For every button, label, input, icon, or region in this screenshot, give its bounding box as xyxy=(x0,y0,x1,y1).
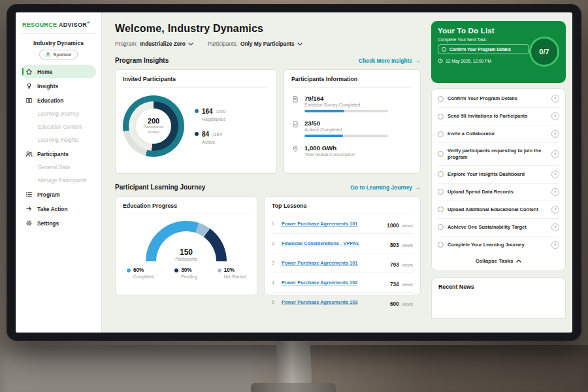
check-more-insights-link[interactable]: Check More Insights xyxy=(359,57,421,64)
gauge-legend: 60% Completed 30% Pending 10% Not Starte… xyxy=(123,267,250,279)
next-task-chip[interactable]: Confirm Your Program Details xyxy=(438,44,529,54)
lesson-row: 3 Power Purchase Agreements 101 793 view… xyxy=(272,253,413,273)
legend-label: Pending xyxy=(181,274,197,279)
sidebar-item-label: Learning Journey xyxy=(38,111,79,117)
todo-progress-ring: 0/7 xyxy=(529,37,559,67)
task-row[interactable]: Upload Additional Educational Content xyxy=(438,201,559,219)
sidebar-item-participants[interactable]: Participants xyxy=(21,147,96,161)
legend-value: 164 xyxy=(202,108,213,115)
invited-donut-chart: 200 Participants Invited xyxy=(123,95,184,157)
collapse-tasks-button[interactable]: Collapse Tasks xyxy=(438,253,559,269)
todo-progress-value: 0/7 xyxy=(539,48,549,56)
legend-value: 84 xyxy=(202,131,209,138)
task-label: Confirm Your Program Details xyxy=(448,95,547,102)
legend-label: Completed xyxy=(133,274,154,279)
gauge-center: 150 Participants xyxy=(146,248,227,261)
monitor-stand-base xyxy=(251,383,336,392)
task-row[interactable]: Confirm Your Program Details xyxy=(438,90,559,108)
sidebar-item-take-action[interactable]: Take Action xyxy=(21,202,96,216)
sidebar-item-label: General Data xyxy=(38,165,70,171)
chevron-right-icon[interactable] xyxy=(551,112,559,120)
learning-cards-row: Education Progress 150 Participants 60 xyxy=(115,196,421,295)
arrow-right-icon xyxy=(414,57,421,64)
task-row[interactable]: Upload Spend Data Records xyxy=(438,184,559,201)
task-row[interactable]: Complete Your Learning Journey xyxy=(438,237,559,253)
legend-label: Active xyxy=(202,139,225,145)
program-select-label: Program: xyxy=(115,41,137,47)
chevron-right-icon[interactable] xyxy=(551,171,559,178)
task-row[interactable]: Invite a Collaborator xyxy=(438,125,559,143)
sidebar-item-home[interactable]: Home xyxy=(21,65,96,78)
stat-label: Actions Completed xyxy=(304,127,388,132)
legend-suffix: /200 xyxy=(216,108,226,114)
legend-suffix: /164 xyxy=(212,131,222,137)
legend-dot xyxy=(218,269,221,272)
chevron-right-icon[interactable] xyxy=(551,95,559,103)
lesson-link[interactable]: Power Purchase Agreements 103 xyxy=(282,299,385,305)
task-row[interactable]: Verify participants requesting to join t… xyxy=(438,143,559,166)
legend-label: Registered xyxy=(202,116,225,122)
legend-dot xyxy=(195,132,199,136)
sidebar-item-label: Education Content xyxy=(38,124,82,130)
location-pin-icon xyxy=(291,145,299,153)
participants-select-value: Only My Participants xyxy=(240,41,295,47)
sidebar-item-insights[interactable]: Insights xyxy=(21,79,96,93)
go-to-learning-journey-link[interactable]: Go to Learning Journey xyxy=(351,184,421,191)
checkbox-circle-icon[interactable] xyxy=(438,131,444,137)
org-name: Industry Dynamics xyxy=(21,40,96,46)
lesson-rank: 1 xyxy=(272,221,277,226)
lesson-rank: 5 xyxy=(272,300,277,304)
views-count: 803 xyxy=(390,242,399,248)
participants-select[interactable]: Participants: Only My Participants xyxy=(208,41,302,47)
lesson-link[interactable]: Power Purchase Agreements 102 xyxy=(282,280,385,286)
collapse-tasks-label: Collapse Tasks xyxy=(476,258,514,264)
checkbox-circle-icon[interactable] xyxy=(438,224,444,230)
checkbox-circle-icon[interactable] xyxy=(438,151,444,157)
lesson-views: 734 views xyxy=(390,277,413,289)
chevron-right-icon[interactable] xyxy=(551,150,559,158)
lesson-rank: 2 xyxy=(272,241,277,246)
sidebar-item-learning-journey[interactable]: Learning Journey xyxy=(21,108,96,120)
task-label: Achieve One Sustainability Target xyxy=(448,224,547,231)
checkbox-circle-icon[interactable] xyxy=(438,96,444,102)
checkbox-circle-icon[interactable] xyxy=(438,189,444,195)
sidebar-item-education[interactable]: Education xyxy=(21,93,96,107)
lesson-row: 2 Financial Considerations - VPPAs 803 v… xyxy=(272,234,413,253)
checkbox-circle-icon[interactable] xyxy=(442,47,446,52)
checkbox-circle-icon[interactable] xyxy=(438,242,444,248)
lightbulb-icon xyxy=(25,82,33,90)
app-logo: RESOURCE ADVISOR+ xyxy=(21,19,96,34)
chevron-right-icon[interactable] xyxy=(551,188,559,196)
task-label: Verify participants requesting to join t… xyxy=(448,148,547,161)
lesson-link[interactable]: Power Purchase Agreements 101 xyxy=(282,260,385,266)
task-row[interactable]: Achieve One Sustainability Target xyxy=(438,219,559,237)
person-icon xyxy=(45,52,51,57)
sidebar-item-manage-participants[interactable]: Manage Participants xyxy=(21,174,96,187)
chevron-right-icon[interactable] xyxy=(551,130,559,138)
sidebar-item-general-data[interactable]: General Data xyxy=(21,161,96,174)
sidebar-item-learning-insights[interactable]: Learning Insights xyxy=(21,134,96,146)
chevron-right-icon[interactable] xyxy=(551,223,559,231)
task-row[interactable]: Send 50 Invitations to Participants xyxy=(438,108,559,125)
sidebar-item-program[interactable]: Program xyxy=(21,188,96,201)
task-row[interactable]: Explore Your Insights Dashboard xyxy=(438,166,559,184)
lesson-link[interactable]: Financial Considerations - VPPAs xyxy=(282,240,385,246)
chevron-right-icon[interactable] xyxy=(551,241,559,249)
lesson-link[interactable]: Power Purchase Agreements 101 xyxy=(282,221,382,227)
checkbox-circle-icon[interactable] xyxy=(438,206,444,212)
sponsor-badge[interactable]: Sponsor xyxy=(39,50,77,59)
program-select[interactable]: Program: Industrialize Zero xyxy=(115,41,193,47)
chevron-up-icon xyxy=(516,259,521,263)
clipboard-check-icon xyxy=(291,120,299,128)
checkbox-circle-icon[interactable] xyxy=(438,171,444,177)
sidebar-item-settings[interactable]: Settings xyxy=(21,216,96,230)
todo-title: Your To Do List xyxy=(438,27,559,35)
checkbox-circle-icon[interactable] xyxy=(438,114,444,120)
sidebar-item-label: Manage Participants xyxy=(38,178,87,184)
program-insights-header: Program Insights Check More Insights xyxy=(115,57,421,64)
due-date-label: 12 May 2025, 12:00 PM xyxy=(446,59,491,63)
chevron-right-icon[interactable] xyxy=(551,206,559,214)
sidebar-item-education-content[interactable]: Education Content xyxy=(21,121,96,133)
stat-value: 23/50 xyxy=(304,120,388,127)
task-label: Send 50 Invitations to Participants xyxy=(448,113,547,120)
